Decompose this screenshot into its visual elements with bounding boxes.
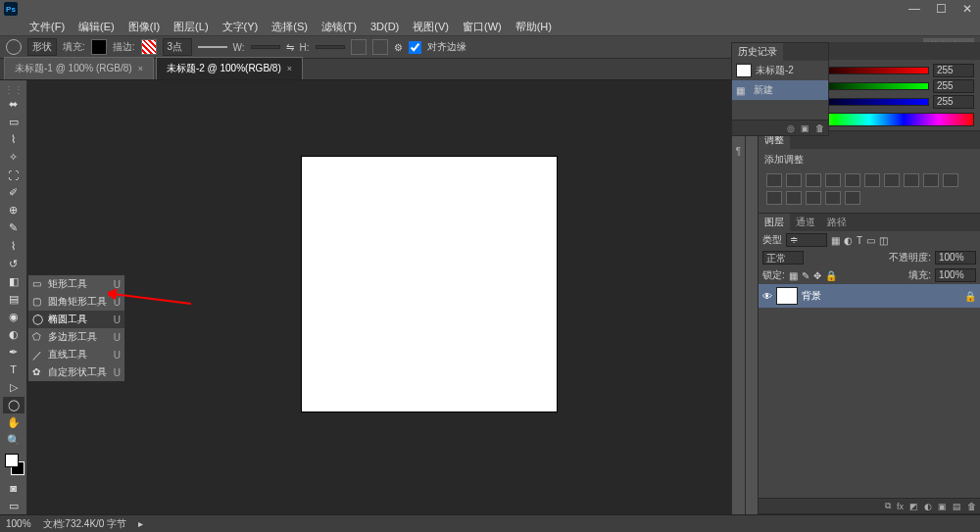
hand-tool[interactable]: ✋ xyxy=(3,414,24,431)
align-edges-checkbox[interactable] xyxy=(409,41,421,54)
foreground-color-swatch[interactable] xyxy=(5,454,19,467)
shape-tool-indicator-icon[interactable] xyxy=(6,39,22,55)
menu-3d[interactable]: 3D(D) xyxy=(365,19,405,34)
filter-shape-icon[interactable]: ▭ xyxy=(866,235,875,246)
photo-filter-icon[interactable] xyxy=(904,173,919,187)
b-value-input[interactable]: 255 xyxy=(933,95,974,109)
opacity-input[interactable]: 100% xyxy=(935,251,976,265)
flyout-polygon-tool[interactable]: ⬠ 多边形工具 U xyxy=(28,328,124,346)
fill-input[interactable]: 100% xyxy=(935,268,976,282)
adjustment-layer-icon[interactable]: ◐ xyxy=(924,502,932,511)
camera-icon[interactable]: ◎ xyxy=(787,123,795,133)
heal-tool[interactable]: ⊕ xyxy=(3,202,24,218)
history-tab[interactable]: 历史记录 xyxy=(732,43,783,61)
menu-window[interactable]: 窗口(W) xyxy=(457,18,508,36)
stroke-width-input[interactable]: 3点 xyxy=(163,38,192,56)
menu-view[interactable]: 视图(V) xyxy=(407,18,455,36)
menu-layer[interactable]: 图层(L) xyxy=(168,18,214,36)
layer-row-background[interactable]: 👁 背景 🔒 xyxy=(759,284,980,308)
blur-tool[interactable]: ◉ xyxy=(3,309,24,325)
r-value-input[interactable]: 255 xyxy=(933,64,974,77)
bw-icon[interactable] xyxy=(884,173,900,187)
layers-tab[interactable]: 图层 xyxy=(759,214,790,231)
path-ops-icon[interactable] xyxy=(351,39,367,55)
g-value-input[interactable]: 255 xyxy=(933,79,974,93)
hue-icon[interactable] xyxy=(864,173,880,187)
lookup-icon[interactable] xyxy=(943,173,958,187)
stroke-style-icon[interactable] xyxy=(198,46,227,48)
fill-swatch[interactable] xyxy=(91,39,107,55)
document-tab-2[interactable]: 未标题-2 @ 100%(RGB/8) × xyxy=(156,57,303,79)
screenmode-icon[interactable]: ▭ xyxy=(3,498,24,514)
strip-icon[interactable]: ¶ xyxy=(736,146,741,157)
trash-icon[interactable]: 🗑 xyxy=(967,502,976,511)
gradient-tool[interactable]: ▤ xyxy=(3,291,24,308)
shape-tool[interactable]: ◯ xyxy=(3,397,24,413)
window-maximize-button[interactable]: ☐ xyxy=(932,2,951,16)
zoom-level[interactable]: 100% xyxy=(6,518,31,529)
gear-icon[interactable]: ⚙ xyxy=(394,42,403,53)
lock-all-icon[interactable]: 🔒 xyxy=(825,270,837,281)
link-layers-icon[interactable]: ⧉ xyxy=(885,501,891,511)
group-icon[interactable]: ▣ xyxy=(938,502,947,511)
menu-select[interactable]: 选择(S) xyxy=(266,18,314,36)
selective-icon[interactable] xyxy=(845,191,860,205)
shape-mode-dropdown[interactable]: 形状 xyxy=(27,38,57,56)
flyout-line-tool[interactable]: ／ 直线工具 U xyxy=(28,346,124,363)
dodge-tool[interactable]: ◐ xyxy=(3,326,24,343)
history-brush-tool[interactable]: ↺ xyxy=(3,256,24,272)
threshold-icon[interactable] xyxy=(806,191,821,205)
invert-icon[interactable] xyxy=(766,191,782,205)
window-close-button[interactable]: ✕ xyxy=(958,2,976,16)
flyout-ellipse-tool[interactable]: ◯ 椭圆工具 U xyxy=(28,311,124,328)
type-tool[interactable]: T xyxy=(3,362,24,378)
flyout-rounded-rect-tool[interactable]: ▢ 圆角矩形工具 U xyxy=(28,293,124,311)
lasso-tool[interactable]: ⌇ xyxy=(3,131,24,148)
color-swatches[interactable] xyxy=(3,454,24,479)
lock-position-icon[interactable]: ✥ xyxy=(813,270,821,281)
zoom-tool[interactable]: 🔍 xyxy=(3,432,24,449)
width-input[interactable] xyxy=(251,45,280,49)
align-icon[interactable] xyxy=(372,39,388,55)
path-select-tool[interactable]: ▷ xyxy=(3,379,24,396)
exposure-icon[interactable] xyxy=(825,173,841,187)
stamp-tool[interactable]: ⌇ xyxy=(3,238,24,255)
document-info[interactable]: 文档:732.4K/0 字节 xyxy=(43,517,127,531)
document-canvas[interactable] xyxy=(302,157,557,411)
menu-help[interactable]: 帮助(H) xyxy=(510,18,558,36)
menu-image[interactable]: 图像(I) xyxy=(122,18,166,36)
fx-icon[interactable]: fx xyxy=(897,502,904,511)
channels-tab[interactable]: 通道 xyxy=(790,214,821,231)
gradient-map-icon[interactable] xyxy=(825,191,841,205)
mask-icon[interactable]: ◩ xyxy=(909,502,918,511)
flyout-rectangle-tool[interactable]: ▭ 矩形工具 U xyxy=(28,275,124,293)
lock-transparent-icon[interactable]: ▦ xyxy=(789,270,798,281)
channel-mixer-icon[interactable] xyxy=(923,173,939,187)
quickmask-icon[interactable]: ◙ xyxy=(3,480,24,497)
wand-tool[interactable]: ✧ xyxy=(3,149,24,166)
marquee-tool[interactable]: ▭ xyxy=(3,114,24,130)
close-tab-icon[interactable]: × xyxy=(138,64,143,73)
filter-smart-icon[interactable]: ◫ xyxy=(879,235,888,246)
move-tool[interactable]: ⬌ xyxy=(3,96,24,113)
status-disclosure-icon[interactable]: ▸ xyxy=(138,518,143,529)
curves-icon[interactable] xyxy=(806,173,821,187)
menu-file[interactable]: 文件(F) xyxy=(24,18,71,36)
history-step[interactable]: ▦ 新建 xyxy=(732,80,828,100)
history-doc-row[interactable]: 未标题-2 xyxy=(732,61,828,80)
crop-tool[interactable]: ⛶ xyxy=(3,167,24,183)
pen-tool[interactable]: ✒ xyxy=(3,344,24,361)
height-input[interactable] xyxy=(316,45,345,49)
visibility-eye-icon[interactable]: 👁 xyxy=(762,291,772,302)
paths-tab[interactable]: 路径 xyxy=(821,214,853,231)
menu-edit[interactable]: 编辑(E) xyxy=(73,18,121,36)
levels-icon[interactable] xyxy=(786,173,802,187)
document-tab-1[interactable]: 未标题-1 @ 100% (RGB/8) × xyxy=(4,57,154,79)
filter-pixel-icon[interactable]: ▦ xyxy=(831,235,840,246)
window-minimize-button[interactable]: — xyxy=(905,2,924,16)
menu-filter[interactable]: 滤镜(T) xyxy=(316,18,363,36)
brush-tool[interactable]: ✎ xyxy=(3,219,24,236)
eraser-tool[interactable]: ◧ xyxy=(3,273,24,290)
new-layer-icon[interactable]: ▤ xyxy=(953,502,961,511)
vibrance-icon[interactable] xyxy=(845,173,860,187)
